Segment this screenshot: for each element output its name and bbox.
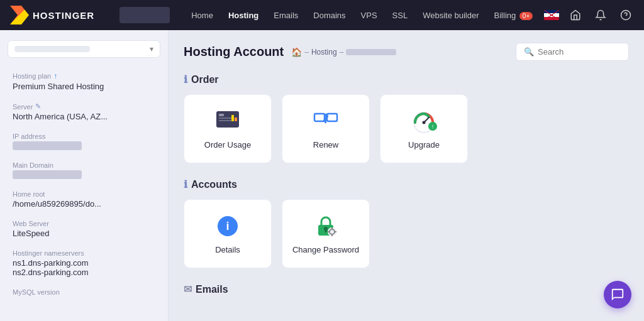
ip-address-value (13, 141, 82, 150)
server-value: North America (USA, AZ... (13, 112, 155, 121)
home-root-label: Home root (13, 190, 155, 198)
order-usage-label: Order Usage (204, 140, 251, 150)
details-icon: i (213, 214, 243, 239)
main-domain-item: Main Domain (0, 158, 168, 183)
breadcrumb-hosting[interactable]: Hosting (311, 48, 337, 57)
ip-address-label: IP address (13, 133, 155, 140)
svg-rect-10 (327, 114, 337, 121)
hosting-plan-label: Hosting plan ↑ (13, 72, 155, 80)
account-dropdown[interactable]: ▾ (8, 40, 160, 58)
language-selector[interactable] (544, 10, 559, 20)
renew-card[interactable]: Renew (282, 94, 370, 163)
breadcrumb-account (346, 49, 396, 55)
server-item: Server ✎ North America (USA, AZ... (0, 99, 168, 125)
hosting-plan-item: Hosting plan ↑ Premium Shared Hosting (0, 68, 168, 95)
main-layout: ▾ Hosting plan ↑ Premium Shared Hosting … (0, 30, 644, 321)
nav-hosting[interactable]: Hosting (222, 7, 265, 24)
upgrade-icon: ↑ (409, 109, 439, 134)
renew-icon (311, 109, 341, 134)
hosting-plan-value: Premium Shared Hosting (13, 82, 155, 91)
billing-badge: 0+ (519, 12, 533, 20)
emails-section-title: ✉ Emails (184, 283, 629, 295)
content-header: Hosting Account 🏠 – Hosting – 🔍 (184, 43, 629, 61)
nav-billing[interactable]: Billing 0+ (488, 7, 540, 24)
accounts-cards: i Details (184, 199, 629, 268)
mysql-label: MySQL version (13, 288, 155, 296)
logo-icon (10, 6, 29, 24)
svg-point-13 (423, 121, 426, 124)
topnav-right (544, 6, 644, 24)
topnav: HOSTINGER Home Hosting Emails Domains VP… (0, 0, 644, 30)
nav-website-builder[interactable]: Website builder (416, 7, 485, 24)
main-domain-label: Main Domain (13, 161, 155, 169)
nameserver2-value: ns2.dns-parking.com (13, 268, 155, 277)
svg-text:i: i (226, 220, 229, 232)
header-left: Hosting Account 🏠 – Hosting – (184, 45, 396, 59)
emails-icon: ✉ (184, 283, 192, 295)
breadcrumb-home-icon[interactable]: 🏠 (291, 47, 302, 57)
nav-domains[interactable]: Domains (307, 7, 352, 24)
upgrade-label: Upgrade (408, 140, 440, 150)
details-label: Details (215, 245, 240, 254)
renew-label: Renew (313, 140, 338, 150)
breadcrumb: 🏠 – Hosting – (291, 47, 396, 57)
nameservers-item: Hostinger nameservers ns1.dns-parking.co… (0, 246, 168, 281)
web-server-value: LiteSpeed (13, 229, 155, 238)
nav-home[interactable]: Home (185, 7, 219, 24)
store-icon-btn[interactable] (567, 6, 584, 24)
svg-rect-4 (219, 114, 224, 116)
order-usage-icon (213, 109, 243, 134)
web-server-label: Web Server (13, 220, 155, 227)
edit-icon[interactable]: ✎ (35, 102, 41, 111)
chevron-down-icon: ▾ (150, 45, 153, 53)
home-root-value: /home/u859269895/do... (13, 199, 155, 209)
change-password-label: Change Password (292, 245, 359, 254)
change-password-icon (311, 214, 341, 239)
search-input[interactable] (538, 47, 619, 57)
mysql-item: MySQL version (0, 285, 168, 301)
change-password-card[interactable]: Change Password (282, 199, 370, 268)
sidebar: ▾ Hosting plan ↑ Premium Shared Hosting … (0, 30, 169, 321)
svg-rect-26 (325, 229, 327, 232)
nameserver1-value: ns1.dns-parking.com (13, 258, 155, 268)
main-content: Hosting Account 🏠 – Hosting – 🔍 ℹ Order (169, 30, 644, 321)
home-root-item: Home root /home/u859269895/do... (0, 187, 168, 212)
upgrade-icon[interactable]: ↑ (53, 72, 57, 80)
notification-icon-btn[interactable] (592, 6, 609, 24)
nav-emails[interactable]: Emails (267, 7, 304, 24)
order-section-title: ℹ Order (184, 73, 629, 85)
details-card[interactable]: i Details (184, 199, 272, 268)
accounts-section-title: ℹ Accounts (184, 178, 629, 190)
info-circle-icon: ℹ (184, 73, 187, 85)
order-usage-card[interactable]: Order Usage (184, 94, 272, 163)
chat-button[interactable] (604, 281, 631, 308)
search-icon: 🔍 (524, 47, 534, 57)
web-server-item: Web Server LiteSpeed (0, 216, 168, 242)
nav-vps[interactable]: VPS (355, 7, 384, 24)
upgrade-card[interactable]: ↑ Upgrade (380, 94, 468, 163)
logo-text: HOSTINGER (33, 10, 94, 21)
svg-rect-7 (231, 115, 234, 121)
svg-rect-9 (314, 114, 325, 121)
logo[interactable]: HOSTINGER (10, 6, 94, 24)
ip-address-item: IP address (0, 129, 168, 154)
nav-ssl[interactable]: SSL (386, 7, 414, 24)
order-cards: Order Usage Renew (184, 94, 629, 163)
account-dropdown-text (14, 46, 90, 52)
server-label: Server ✎ (13, 102, 155, 111)
svg-text:↑: ↑ (431, 123, 435, 130)
search-box[interactable]: 🔍 (516, 43, 629, 61)
accounts-info-icon: ℹ (184, 178, 187, 190)
account-selector[interactable] (119, 7, 170, 23)
svg-rect-8 (235, 117, 237, 121)
nav-links: Home Hosting Emails Domains VPS SSL Webs… (185, 7, 539, 24)
svg-rect-6 (219, 120, 231, 121)
help-icon-btn[interactable] (617, 6, 635, 24)
page-title: Hosting Account (184, 45, 284, 59)
nameservers-label: Hostinger nameservers (13, 249, 155, 257)
main-domain-value (13, 170, 82, 179)
